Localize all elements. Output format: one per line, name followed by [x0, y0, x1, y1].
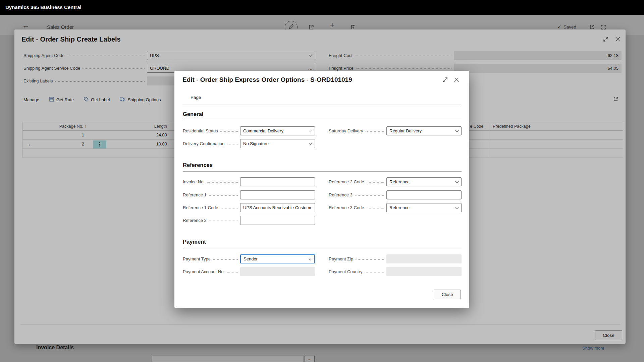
saturday-delivery-label: Saturday Delivery — [329, 128, 363, 133]
residential-status-value: Commercial Delivery — [243, 128, 283, 133]
section-general[interactable]: General — [183, 111, 203, 117]
app-title[interactable]: Dynamics 365 Business Central — [5, 4, 82, 10]
field-residential-status: Residential Status Commercial Delivery — [183, 126, 315, 135]
reference-1-code-label: Reference 1 Code — [183, 205, 218, 210]
field-invoice-no: Invoice No. — [183, 177, 315, 186]
section-rule — [183, 171, 462, 172]
reference-1-input[interactable] — [240, 190, 315, 199]
dotted-leader — [207, 182, 238, 183]
chevron-down-icon — [309, 142, 312, 145]
residential-status-label: Residential Status — [183, 128, 218, 133]
payment-zip-label: Payment Zip — [329, 256, 353, 261]
dotted-leader — [227, 272, 238, 273]
reference-2-code-value: Reference — [389, 179, 410, 184]
reference-3-code-value: Reference — [389, 205, 410, 210]
payment-zip-field — [386, 254, 462, 263]
dotted-leader — [221, 208, 238, 208]
delivery-confirmation-value: No Signature — [243, 141, 269, 146]
dotted-leader — [367, 208, 384, 208]
reference-1-code-input[interactable]: UPS Accounts Receivable Customer — [240, 203, 315, 212]
delivery-confirmation-select[interactable]: No Signature — [240, 139, 315, 148]
reference-2-input[interactable] — [240, 216, 315, 225]
top-bar: Dynamics 365 Business Central — [0, 0, 644, 15]
dialog-title: Edit - Order Ship Express Order Options … — [182, 76, 352, 83]
dotted-leader — [213, 259, 238, 260]
field-saturday-delivery: Saturday Delivery Regular Delivery — [329, 126, 462, 135]
dotted-leader — [356, 259, 384, 260]
expand-icon — [442, 77, 448, 84]
payment-type-value: Sender — [244, 256, 258, 261]
chevron-down-icon — [309, 129, 312, 132]
payment-account-no-field — [240, 267, 315, 276]
payment-type-select[interactable]: Sender — [240, 254, 315, 263]
payment-type-label: Payment Type — [183, 256, 211, 261]
chevron-down-icon — [309, 257, 312, 261]
dotted-leader — [227, 144, 238, 144]
field-delivery-confirmation: Delivery Confirmation No Signature — [183, 139, 315, 148]
field-reference-1-code: Reference 1 Code UPS Accounts Receivable… — [183, 203, 315, 212]
saturday-delivery-value: Regular Delivery — [389, 128, 422, 133]
chevron-down-icon — [455, 206, 459, 209]
close-dialog-button[interactable] — [453, 77, 460, 84]
dotted-leader — [365, 272, 384, 273]
reference-2-code-select[interactable]: Reference — [386, 177, 462, 186]
reference-3-code-label: Reference 3 Code — [329, 205, 364, 210]
delivery-confirmation-label: Delivery Confirmation — [183, 141, 224, 146]
dotted-leader — [367, 182, 384, 183]
field-payment-type: Payment Type Sender — [183, 254, 315, 263]
dotted-leader — [209, 195, 238, 196]
reference-3-label: Reference 3 — [329, 192, 353, 197]
field-reference-1: Reference 1 — [183, 190, 315, 199]
field-reference-2-code: Reference 2 Code Reference — [329, 177, 462, 186]
payment-country-field — [386, 267, 462, 276]
dotted-leader — [220, 131, 238, 132]
invoice-no-label: Invoice No. — [183, 179, 205, 184]
saturday-delivery-select[interactable]: Regular Delivery — [386, 126, 462, 135]
field-payment-zip: Payment Zip — [329, 254, 462, 263]
expand-dialog-button[interactable] — [442, 77, 448, 84]
chevron-down-icon — [455, 129, 459, 132]
page-menu[interactable]: Page — [191, 95, 201, 100]
reference-1-label: Reference 1 — [183, 192, 207, 197]
field-reference-2: Reference 2 — [183, 216, 315, 225]
residential-status-select[interactable]: Commercial Delivery — [240, 126, 315, 135]
close-icon — [454, 77, 459, 83]
reference-2-label: Reference 2 — [183, 218, 207, 223]
payment-account-no-label: Payment Account No. — [183, 269, 225, 274]
dotted-leader — [366, 131, 384, 132]
section-rule — [183, 119, 462, 119]
reference-2-code-label: Reference 2 Code — [329, 179, 364, 184]
section-payment[interactable]: Payment — [183, 239, 206, 245]
express-order-options-dialog: Edit - Order Ship Express Order Options … — [174, 71, 469, 308]
field-payment-account-no: Payment Account No. — [183, 267, 315, 276]
menu-divider — [182, 105, 461, 105]
reference-3-code-select[interactable]: Reference — [386, 203, 462, 212]
dotted-leader — [209, 221, 238, 221]
field-reference-3-code: Reference 3 Code Reference — [329, 203, 462, 212]
invoice-no-input[interactable] — [240, 177, 315, 186]
reference-1-code-value: UPS Accounts Receivable Customer — [243, 205, 312, 210]
chevron-down-icon — [455, 180, 459, 183]
dotted-leader — [355, 195, 384, 196]
close-button[interactable]: Close — [434, 290, 461, 299]
field-reference-3: Reference 3 — [329, 190, 462, 199]
section-rule — [183, 248, 462, 248]
reference-3-input[interactable] — [386, 190, 462, 199]
section-references[interactable]: References — [183, 162, 213, 168]
payment-country-label: Payment Country — [329, 269, 362, 274]
field-payment-country: Payment Country — [329, 267, 462, 276]
